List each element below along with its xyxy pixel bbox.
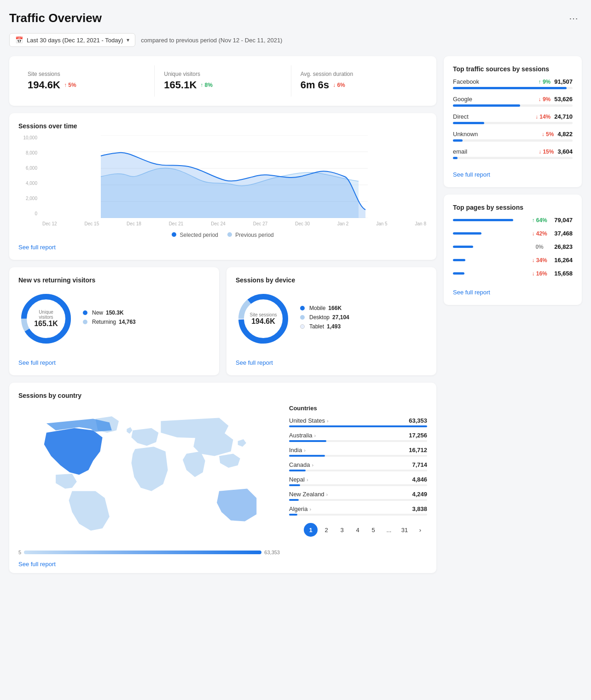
chevron-right-icon: › — [314, 433, 316, 438]
source-google: Google ↓ 9% 53,626 — [453, 96, 573, 107]
donut-wrapper-visitors: Unique visitors 165.1K New 150.3K — [18, 291, 210, 346]
duration-change: ↓ 6% — [333, 82, 345, 88]
page-btn-1[interactable]: 1 — [304, 523, 318, 537]
country-item: United States › 63,353 — [289, 417, 427, 427]
country-item: India › 16,712 — [289, 447, 427, 457]
sessions-change: ↑ 5% — [64, 82, 76, 88]
map-scale-bar — [24, 551, 261, 554]
pagination: 1 2 3 4 5 ... 31 › — [289, 523, 427, 537]
map-scale-min: 5 — [18, 550, 21, 555]
visitors-label: Unique visitors — [164, 71, 281, 77]
source-facebook: Facebook ↑ 9% 91,507 — [453, 78, 573, 89]
new-vs-returning-card: New vs returning visitors Unique visitor… — [9, 267, 219, 375]
stat-visitors: Unique visitors 165.1K ↑ 8% — [155, 65, 291, 97]
chevron-right-icon: › — [312, 462, 314, 468]
previous-period-legend: Previous period — [227, 232, 274, 238]
page-btn-5[interactable]: 5 — [366, 523, 380, 537]
sessions-by-country-card: Sessions by country — [9, 383, 436, 573]
legend-new: New 150.3K — [83, 310, 136, 316]
donut-device: Site sessions 194.6K — [236, 291, 291, 346]
country-list: Countries United States › 63,353 — [289, 405, 427, 555]
top-pages-card: Top pages by sessions ↑ 64% 79,047 ↓ 42% — [444, 195, 582, 305]
page-item-1: ↑ 64% 79,047 — [453, 217, 573, 224]
country-ca-link[interactable]: Canada › — [289, 461, 313, 468]
sessions-see-full-report[interactable]: See full report — [18, 244, 56, 251]
source-unknown: Unknown ↓ 5% 4,822 — [453, 131, 573, 142]
chevron-right-icon: › — [304, 448, 306, 453]
legend-tablet: Tablet 1,493 — [300, 323, 349, 330]
visitors-value: 165.1K — [164, 79, 197, 91]
country-us-link[interactable]: United States › — [289, 417, 329, 424]
donut-visitors: Unique visitors 165.1K — [18, 291, 74, 346]
traffic-sources-list: Facebook ↑ 9% 91,507 Google ↓ 9% — [453, 78, 573, 159]
device-legend-list: Mobile 166K Desktop 27,104 Tablet — [300, 305, 349, 333]
more-options-icon[interactable]: ⋯ — [565, 11, 582, 26]
sessions-value: 194.6K — [28, 79, 60, 91]
donut-device-label: Site sessions — [250, 312, 277, 317]
stat-sessions: Site sessions 194.6K ↑ 5% — [18, 65, 155, 97]
country-np-link[interactable]: Nepal › — [289, 476, 308, 483]
top-pages-see-full-report[interactable]: See full report — [453, 289, 490, 296]
country-dz-link[interactable]: Algeria › — [289, 505, 311, 512]
visitors-change: ↑ 8% — [200, 82, 213, 88]
stat-duration: Avg. session duration 6m 6s ↓ 6% — [291, 65, 427, 97]
traffic-sources-see-full-report[interactable]: See full report — [453, 171, 490, 178]
page-btn-ellipsis: ... — [382, 523, 396, 537]
new-vs-returning-see-full-report[interactable]: See full report — [18, 359, 56, 366]
page-next-btn[interactable]: › — [413, 523, 427, 537]
selected-period-legend: Selected period — [172, 232, 218, 238]
source-direct: Direct ↓ 14% 24,710 — [453, 113, 573, 124]
page-btn-31[interactable]: 31 — [398, 523, 411, 537]
sessions-over-time-card: Sessions over time 10,000 8,000 6,000 4,… — [9, 113, 436, 260]
page-btn-2[interactable]: 2 — [319, 523, 333, 537]
sessions-device-see-full-report[interactable]: See full report — [236, 359, 273, 366]
page-btn-4[interactable]: 4 — [351, 523, 365, 537]
legend-returning: Returning 14,763 — [83, 319, 136, 325]
top-pages-title: Top pages by sessions — [453, 204, 573, 211]
new-vs-returning-title: New vs returning visitors — [18, 276, 210, 284]
country-in-link[interactable]: India › — [289, 447, 306, 453]
sessions-svg-chart — [41, 135, 427, 218]
stats-card: Site sessions 194.6K ↑ 5% Unique visitor… — [9, 56, 436, 106]
countries-header: Countries — [289, 405, 427, 412]
country-item: Canada › 7,714 — [289, 461, 427, 471]
chevron-right-icon: › — [326, 492, 328, 497]
map-scale: 5 63,353 — [18, 550, 280, 555]
traffic-sources-card: Top traffic sources by sessions Facebook… — [444, 56, 582, 187]
page-item-3: 0% 26,823 — [453, 243, 573, 250]
traffic-sources-title: Top traffic sources by sessions — [453, 65, 573, 73]
page-btn-3[interactable]: 3 — [335, 523, 349, 537]
world-map-svg — [18, 405, 280, 545]
legend-desktop: Desktop 27,104 — [300, 314, 349, 321]
donut-wrapper-device: Site sessions 194.6K Mobile 166K — [236, 291, 427, 346]
sessions-chart-title: Sessions over time — [18, 122, 427, 130]
world-map: 5 63,353 — [18, 405, 280, 555]
sessions-device-title: Sessions by device — [236, 276, 427, 284]
chevron-right-icon: › — [327, 418, 329, 424]
compare-text: compared to previous period (Nov 12 - De… — [141, 37, 282, 44]
country-item: New Zealand › 4,249 — [289, 491, 427, 501]
map-scale-max: 63,353 — [264, 550, 280, 555]
duration-value: 6m 6s — [301, 79, 329, 91]
donut-visitors-value: 165.1K — [32, 320, 60, 328]
sessions-by-device-card: Sessions by device Site sessio — [226, 267, 436, 375]
country-nz-link[interactable]: New Zealand › — [289, 491, 328, 498]
sessions-label: Site sessions — [28, 71, 145, 77]
country-au-link[interactable]: Australia › — [289, 432, 316, 439]
sessions-chart-area: 10,000 8,000 6,000 4,000 2,000 0 — [18, 135, 427, 227]
duration-label: Avg. session duration — [301, 71, 418, 77]
page-item-2: ↓ 42% 37,468 — [453, 230, 573, 237]
country-item: Australia › 17,256 — [289, 432, 427, 442]
visitors-legend-list: New 150.3K Returning 14,763 — [83, 310, 136, 328]
chevron-right-icon: › — [307, 477, 308, 482]
date-range-label: Last 30 days (Dec 12, 2021 - Today) — [27, 37, 123, 44]
calendar-icon: 📅 — [15, 36, 23, 44]
donut-device-value: 194.6K — [250, 317, 277, 326]
page-item-4: ↓ 34% 16,264 — [453, 257, 573, 264]
page-item-5: ↓ 16% 15,658 — [453, 270, 573, 277]
chart-legend: Selected period Previous period — [18, 232, 427, 238]
legend-mobile: Mobile 166K — [300, 305, 349, 311]
date-range-dropdown[interactable]: 📅 Last 30 days (Dec 12, 2021 - Today) ▾ — [9, 33, 135, 47]
sessions-country-title: Sessions by country — [18, 392, 427, 399]
country-see-full-report[interactable]: See full report — [18, 561, 56, 568]
